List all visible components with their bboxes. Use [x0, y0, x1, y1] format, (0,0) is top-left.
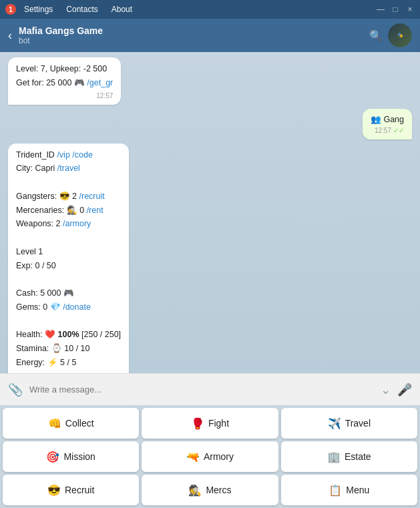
kb-btn-label: Collect — [65, 418, 94, 429]
kb-btn-label: Recruit — [65, 485, 94, 495]
message-time: 12:57 — [16, 92, 113, 99]
message-row: 👥 Gang 12:57 ✓✓ — [8, 109, 412, 140]
kb-btn-travel[interactable]: ✈️Travel — [281, 408, 417, 439]
kb-btn-estate[interactable]: 🏢Estate — [281, 441, 417, 472]
titlebar: 1 Settings Contacts About — □ × — [0, 0, 420, 19]
get-gr-link[interactable]: /get_gr — [87, 78, 113, 87]
settings-menu[interactable]: Settings — [21, 3, 55, 15]
message-bubble: Level: 7, Upkeep: -2 500 Get for: 25 000… — [8, 57, 121, 105]
message-text: Level: 7, Upkeep: -2 500 — [16, 63, 113, 75]
close-button[interactable]: × — [405, 5, 415, 14]
kb-btn-mercs[interactable]: 🕵Mercs — [142, 475, 278, 505]
message-text: City: Capri /travel — [16, 162, 121, 175]
about-menu[interactable]: About — [109, 3, 135, 15]
contact-info: Mafia Gangs Game bot — [19, 25, 369, 45]
kb-btn-mission[interactable]: 🎯Mission — [3, 441, 139, 472]
chat-header: ‹ Mafia Gangs Game bot 🔍 🎭 — [0, 19, 420, 52]
back-button[interactable]: ‹ — [8, 29, 12, 43]
kb-btn-collect[interactable]: 👊Collect — [3, 408, 139, 439]
travel-link[interactable]: /travel — [57, 164, 80, 173]
avatar-image: 🎭 — [388, 23, 412, 47]
bot-keyboard: 👊Collect🥊Fight✈️Travel🎯Mission🔫Armory🏢Es… — [0, 405, 420, 508]
recruit-icon: 😎 — [47, 484, 61, 497]
fight-icon: 🥊 — [191, 417, 204, 430]
avatar: 🎭 — [388, 23, 412, 47]
energy-text: Energy: ⚡ 5 / 5 — [16, 356, 121, 369]
mercs-icon: 🕵 — [188, 484, 202, 497]
donate-link[interactable]: /donate — [63, 302, 91, 312]
titlebar-menus: Settings Contacts About — [21, 3, 376, 15]
window-controls: — □ × — [376, 5, 415, 14]
message-row: Level: 7, Upkeep: -2 500 Get for: 25 000… — [8, 57, 412, 105]
maximize-button[interactable]: □ — [391, 5, 400, 14]
chat-area: Level: 7, Upkeep: -2 500 Get for: 25 000… — [0, 52, 420, 373]
minimize-button[interactable]: — — [376, 5, 385, 14]
contact-status: bot — [19, 36, 369, 45]
stamina-text: Stamina: ⌚ 10 / 10 — [16, 342, 121, 355]
code-link[interactable]: /code — [72, 150, 93, 160]
message-text — [16, 273, 121, 286]
estate-icon: 🏢 — [327, 451, 341, 463]
message-input[interactable] — [29, 385, 374, 395]
kb-btn-label: Travel — [345, 418, 371, 429]
message-text: Gangsters: 😎 2 /recruit — [16, 190, 121, 203]
search-button[interactable]: 🔍 — [369, 29, 383, 42]
health-text: Health: ❤️ 100% [250 / 250] — [16, 328, 121, 341]
message-text — [16, 315, 121, 328]
read-checkmarks: ✓✓ — [393, 127, 404, 134]
menu-icon: 📋 — [329, 484, 342, 497]
message-text — [16, 176, 121, 189]
message-time: 12:57 ✓✓ — [371, 127, 404, 134]
trident-id-label: Trident_ID — [16, 150, 57, 160]
message-text — [16, 232, 121, 244]
message-text — [16, 370, 121, 374]
message-text: Trident_ID /vip /code — [16, 149, 121, 162]
armory-icon: 🔫 — [186, 451, 200, 463]
message-row: Trident_ID /vip /code City: Capri /trave… — [8, 144, 412, 374]
kb-btn-fight[interactable]: 🥊Fight — [142, 408, 278, 439]
kb-btn-label: Estate — [345, 451, 371, 462]
exp-text: Exp: 0 / 50 — [16, 260, 121, 272]
contact-name: Mafia Gangs Game — [19, 25, 369, 36]
kb-btn-label: Mercs — [206, 485, 231, 495]
travel-icon: ✈️ — [328, 417, 341, 430]
contacts-menu[interactable]: Contacts — [63, 3, 100, 15]
cash-text: Cash: 5 000 🎮 — [16, 287, 121, 300]
message-input-area: 📎 ⌄ 🎤 — [0, 373, 420, 405]
gems-text: Gems: 0 💎 /donate — [16, 301, 121, 314]
message-text: 👥 Gang — [371, 114, 404, 124]
chevron-down-icon[interactable]: ⌄ — [381, 383, 391, 397]
message-bubble: 👥 Gang 12:57 ✓✓ — [363, 109, 412, 140]
kb-btn-menu[interactable]: 📋Menu — [281, 475, 417, 505]
collect-icon: 👊 — [48, 417, 61, 430]
voice-button[interactable]: 🎤 — [397, 383, 412, 397]
recruit-link[interactable]: /recruit — [79, 192, 105, 201]
vip-link[interactable]: /vip — [57, 150, 69, 160]
message-text: Get for: 25 000 🎮 /get_gr — [16, 77, 113, 89]
attach-button[interactable]: 📎 — [8, 383, 23, 397]
rent-link[interactable]: /rent — [87, 206, 103, 215]
kb-btn-recruit[interactable]: 😎Recruit — [3, 475, 139, 505]
complex-message-bubble: Trident_ID /vip /code City: Capri /trave… — [8, 144, 129, 374]
kb-btn-label: Menu — [346, 485, 369, 495]
kb-btn-label: Armory — [204, 451, 234, 462]
app-icon: 1 — [5, 4, 16, 15]
kb-btn-label: Mission — [63, 451, 95, 462]
armory-link[interactable]: /armory — [63, 219, 91, 228]
kb-btn-label: Fight — [208, 418, 229, 429]
message-text: Mercenaries: 🕵 0 /rent — [16, 204, 121, 217]
level-text: Level 1 — [16, 246, 121, 258]
kb-btn-armory[interactable]: 🔫Armory — [142, 441, 278, 472]
mission-icon: 🎯 — [46, 451, 59, 463]
message-text: Weapons: 2 /armory — [16, 218, 121, 230]
